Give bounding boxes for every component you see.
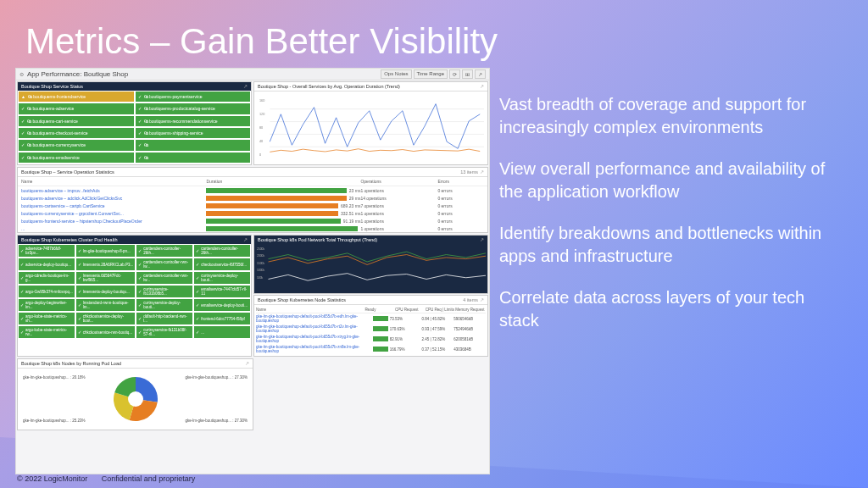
pod-health-cell[interactable]: ✓carttenders-controller-26th... (136, 244, 193, 258)
service-status-cell[interactable]: ✓ 🛍 boutiquems-checkout-service (18, 127, 135, 139)
pod-health-cell[interactable]: ✓lmevvents.665647Fdc-bwf965... (75, 271, 136, 285)
item-count: 4 items (463, 297, 478, 302)
table-row[interactable]: boutiquems-adservice – adclick.AdClick/G… (18, 194, 487, 202)
table-row[interactable]: gke-lm-gke-boutiqueshop-default-pool-b65… (256, 324, 486, 334)
pod-health-cell[interactable]: ✓adservice-7487b6fdf-bz3pv... (18, 244, 75, 258)
table-row[interactable]: boutiquems-frontend-service – hipstersho… (18, 217, 487, 225)
copyright: © 2022 LogicMonitor (17, 474, 87, 483)
pod-health-cell[interactable]: ✓lmstandard-rwnn-boutique-lm... (75, 298, 136, 312)
pod-health-cell[interactable]: ✓carttenders-controller-rwn-lw... (136, 258, 193, 271)
check-icon: ✓ (21, 106, 25, 111)
check-icon: ✓ (138, 249, 142, 253)
service-status-cell[interactable]: ✓ 🛍 boutiquems-productcatalog-service (135, 103, 252, 114)
ready-badge (373, 316, 388, 321)
svg-text:120: 120 (259, 113, 264, 116)
pod-health-cell[interactable]: ✓argo-deploy-beginwriter-lm... (18, 298, 75, 312)
pod-health-cell[interactable]: ✓argo-kube-state-metrics-sh... (18, 312, 75, 325)
ready-badge (373, 336, 388, 341)
check-icon: ✓ (20, 303, 24, 308)
service-status-cell[interactable]: ✓ 🛍 boutiquems-emailservice (18, 152, 135, 164)
table-row[interactable]: ...1 operations0 errors (18, 225, 487, 232)
service-status-cell[interactable]: ✓ 🛍 boutiquems-paymentservice (135, 91, 252, 103)
time-range-button[interactable]: Time Range (414, 69, 448, 79)
expand-icon[interactable]: ↗ (480, 237, 484, 242)
panel-node-statistics: Boutique Shop Kubernetes Node Statistics… (253, 295, 488, 357)
panel-title: Boutique Shop – Service Operation Statis… (21, 169, 460, 175)
check-icon: ✓ (138, 303, 142, 308)
table-row[interactable]: gke-lm-gke-boutiqueshop-default-pool-b65… (256, 334, 486, 344)
pod-health-cell[interactable]: ✓chkckoutservice-rwn-boutiq... (75, 325, 136, 339)
panel-title: Boutique Shop k8s Pod Network Total Thro… (258, 237, 478, 242)
pod-health-cell[interactable]: ✓argo-Gw95k374-rmfcsnpq... (18, 285, 75, 298)
check-icon: ✓ (138, 317, 142, 321)
table-row[interactable]: gke-lm-gke-boutiqueshop-default-pool-b65… (256, 313, 486, 324)
check-icon: ✓ (78, 303, 81, 308)
refresh-icon[interactable]: ⟳ (449, 69, 460, 79)
expand-icon[interactable]: ↗ (245, 361, 249, 366)
pod-health-cell[interactable]: ✓curtrsyservice-deploy-bouti... (136, 298, 193, 312)
line-chart: 500k1000k1500k2000k2500k (254, 244, 487, 293)
bullet-item: Identify breakdowns and bottlenecks with… (499, 222, 847, 268)
pod-health-cell[interactable]: ✓emailservice-deploy-bouti... (193, 298, 251, 312)
service-status-cell[interactable]: ✓ 🛍 boutiquems-shipping-service (135, 127, 252, 139)
service-status-cell[interactable]: ✓ 🛍 boutiquems-cart-service (18, 115, 135, 127)
service-status-cell[interactable]: ✓ 🛍 boutiquems-recommendationservice (135, 115, 252, 127)
ops-notes-button[interactable]: Ops Notes (381, 69, 411, 79)
check-icon: ✓ (138, 276, 142, 280)
pod-health-cell[interactable]: ✓lm-gke-boutiqueshop-fl-pn... (75, 244, 136, 258)
dashboard-screenshot: ⚙ App Performance: Boutique Shop Ops Not… (15, 68, 490, 474)
expand-icon[interactable]: ↗ (480, 84, 484, 89)
table-row[interactable]: boutiquems-currencyservice – grpcclient.… (18, 209, 487, 217)
table-row[interactable]: boutiquems-cartservice – cartpb.CartServ… (18, 202, 487, 209)
pod-health-cell[interactable]: ✓curtrsyservice-fb131b08b5... (136, 285, 193, 298)
pod-health-cell[interactable]: ✓curtrsyservice-deploy-bouti... (193, 271, 251, 285)
pie-chart: gke-lm-gke-boutiqueshop... : 27.30% gke-… (18, 369, 253, 430)
service-status-cell[interactable]: ✓ 🛍 boutiquems-currencyservice (18, 139, 135, 151)
pod-health-cell[interactable]: ✓adservice-deploy-boutiqu... (18, 258, 75, 271)
service-status-cell[interactable]: ▲ 🛍 boutiquems-frontendservice (18, 91, 135, 103)
check-icon: ✓ (138, 130, 142, 136)
line-chart: 04080120160 (254, 92, 487, 164)
check-icon: ✓ (196, 276, 199, 280)
expand-icon[interactable]: ↗ (475, 69, 486, 79)
svg-text:2500k: 2500k (257, 247, 265, 251)
pin-icon[interactable]: ⊞ (462, 69, 473, 79)
check-icon: ✓ (138, 330, 142, 335)
pie-label: gke-lm-gke-boutiqueshop... : 20.18% (23, 375, 86, 380)
expand-icon[interactable]: ↗ (480, 169, 484, 175)
pod-health-cell[interactable]: ✓curtrsyservice-fb131b08f-57-rll... (136, 325, 193, 339)
pod-health-cell[interactable]: ✓argo-kube-state-metrics-rw... (18, 325, 75, 339)
pod-health-cell[interactable]: ✓chkckoutservice-deploy-bout... (75, 312, 136, 325)
panel-title: Boutique Shop Kubernetes Cluster Pod Hea… (21, 237, 242, 242)
pod-health-cell[interactable]: ✓lmevvents-deploy-boutiqu... (75, 285, 136, 298)
service-status-cell[interactable]: ✓ 🛍 boutiquems-adservice (18, 103, 135, 114)
pod-health-cell[interactable]: ✓emailservice-7447cfd57-rll-11 (193, 285, 251, 298)
service-status-cell[interactable]: ✓ 🛍 (135, 139, 252, 151)
check-icon: ✓ (78, 263, 81, 267)
svg-text:0: 0 (259, 153, 261, 157)
pod-health-cell[interactable]: ✓carttenders-controller-rwn-lw... (136, 271, 193, 285)
check-icon: ✓ (20, 330, 24, 335)
table-row[interactable]: gke-lm-gke-boutiqueshop-default-pool-b65… (256, 344, 486, 354)
expand-icon[interactable]: ↗ (243, 237, 248, 242)
service-status-cell[interactable]: ✓ 🛍 (135, 152, 252, 164)
pod-health-cell[interactable]: ✓carttenders-controller-26th... (193, 244, 251, 258)
expand-icon[interactable]: ↗ (480, 297, 484, 302)
pod-health-cell[interactable]: ✓argo-cdredis-boutique-lm-g... (18, 271, 75, 285)
item-count: 13 items (460, 169, 478, 175)
confidential-label: Confidential and proprietary (102, 474, 196, 483)
pod-health-cell[interactable]: ✓frontend-6dcc77754-f58pf (193, 312, 251, 325)
pod-health-cell[interactable]: ✓... (193, 325, 251, 339)
pod-health-cell[interactable]: ✓lmevvents.28A6RKCLab.P3... (75, 258, 136, 271)
panel-service-status: Boutique Shop Service Status↗ ▲ 🛍 boutiq… (17, 81, 252, 165)
expand-icon[interactable]: ↗ (243, 84, 248, 89)
pod-health-cell[interactable]: ✓ddfault-http-backend-rwn-l... (136, 312, 193, 325)
gear-icon[interactable]: ⚙ (19, 71, 24, 77)
pod-health-cell[interactable]: ✓checkoutservice-f6f7556f... (193, 258, 251, 271)
check-icon: ✓ (138, 155, 142, 160)
check-icon: ✓ (196, 249, 199, 253)
check-icon: ✓ (20, 249, 24, 253)
check-icon: ✓ (78, 330, 81, 335)
table-row[interactable]: boutiquems-adservice – improv...fetchAds… (18, 186, 487, 194)
bullet-item: Vast breadth of coverage and support for… (499, 93, 847, 139)
